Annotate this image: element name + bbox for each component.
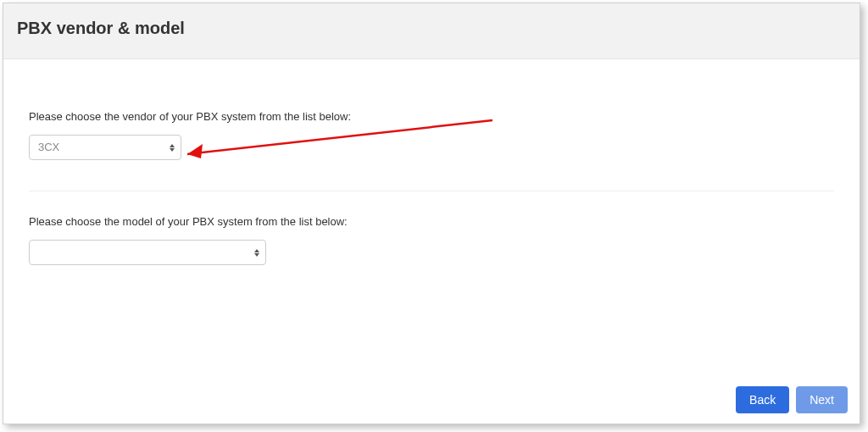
dialog-footer: Back Next: [736, 386, 848, 413]
next-button[interactable]: Next: [796, 386, 848, 413]
vendor-select[interactable]: 3CX: [29, 135, 181, 160]
panel-body: Please choose the vendor of your PBX sys…: [3, 59, 860, 269]
model-label: Please choose the model of your PBX syst…: [29, 215, 834, 228]
vendor-field-group: Please choose the vendor of your PBX sys…: [29, 110, 834, 160]
model-select[interactable]: [29, 240, 266, 265]
model-field-group: Please choose the model of your PBX syst…: [29, 215, 834, 269]
vendor-select-wrap: 3CX: [29, 135, 181, 160]
back-button[interactable]: Back: [736, 386, 789, 413]
section-divider: [29, 191, 834, 191]
panel-header: PBX vendor & model: [3, 3, 860, 59]
page-title: PBX vendor & model: [17, 19, 846, 38]
model-select-wrap: [29, 240, 266, 265]
vendor-label: Please choose the vendor of your PBX sys…: [29, 110, 834, 123]
dialog-panel: PBX vendor & model Please choose the ven…: [3, 3, 860, 424]
